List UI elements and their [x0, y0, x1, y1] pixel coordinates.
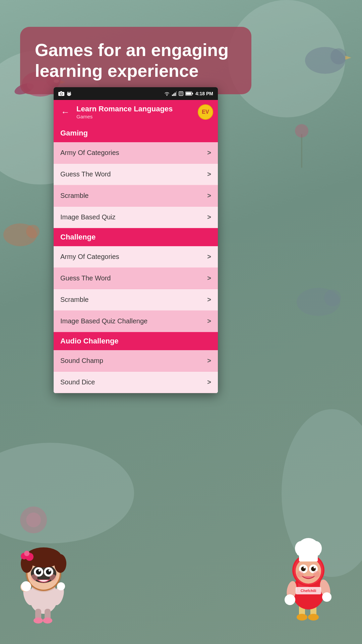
menu-item-arrow-gaming-0: > — [207, 149, 211, 157]
menu-item-label-gaming-1: Guess The Word — [60, 170, 111, 178]
menu-item-arrow-gaming-2: > — [207, 192, 211, 200]
sim-icon: 4G — [179, 91, 183, 96]
menu-item-arrow-challenge-3: > — [207, 317, 211, 325]
status-bar-right: 4G 4:18 PM — [164, 91, 213, 96]
svg-point-69 — [50, 574, 56, 581]
menu-item-audio-challenge-0[interactable]: Sound Champ> — [54, 350, 218, 372]
wifi-icon — [164, 91, 170, 96]
menu-item-arrow-challenge-1: > — [207, 274, 211, 282]
svg-point-80 — [285, 594, 295, 605]
svg-point-26 — [68, 94, 69, 95]
back-button[interactable]: ← — [58, 106, 72, 119]
android-icon — [66, 91, 72, 96]
svg-rect-25 — [67, 93, 71, 95]
svg-point-84 — [296, 558, 321, 584]
menu-item-label-audio-challenge-1: Sound Dice — [60, 378, 95, 386]
svg-point-74 — [297, 614, 307, 621]
menu-item-arrow-gaming-3: > — [207, 213, 211, 221]
svg-point-60 — [39, 570, 41, 572]
svg-point-67 — [24, 551, 29, 556]
svg-point-92 — [313, 571, 320, 578]
menu-item-gaming-3[interactable]: Image Based Quiz> — [54, 207, 218, 228]
menu-item-label-challenge-2: Scramble — [60, 296, 88, 304]
section-header-challenge: Challenge — [54, 228, 218, 246]
svg-point-61 — [49, 570, 51, 572]
promo-box: Games for an engaging learning experienc… — [20, 27, 251, 94]
character-right: Chefchili — [275, 530, 342, 624]
svg-rect-33 — [172, 95, 173, 96]
svg-point-47 — [43, 618, 52, 624]
svg-text:Chefchili: Chefchili — [301, 589, 316, 593]
svg-point-59 — [46, 569, 51, 575]
menu-item-label-gaming-0: Army Of Categories — [60, 149, 119, 157]
character-left — [7, 530, 80, 624]
app-logo: EV — [198, 104, 213, 120]
menu-item-challenge-1[interactable]: Guess The Word> — [54, 268, 218, 289]
svg-point-58 — [36, 569, 41, 575]
menu-item-label-gaming-2: Scramble — [60, 192, 88, 200]
menu-item-arrow-challenge-0: > — [207, 253, 211, 261]
menu-item-challenge-0[interactable]: Army Of Categories> — [54, 246, 218, 268]
status-time: 4:18 PM — [195, 91, 213, 96]
menu-item-label-challenge-0: Army Of Categories — [60, 253, 119, 261]
menu-item-arrow-audio-challenge-0: > — [207, 357, 211, 365]
app-header: ← Learn Romance Languages Games EV — [54, 100, 218, 124]
section-header-gaming: Gaming — [54, 124, 218, 142]
svg-text:4G: 4G — [180, 93, 183, 95]
menu-item-challenge-3[interactable]: Image Based Quiz Challenge> — [54, 311, 218, 332]
menu-item-gaming-0[interactable]: Army Of Categories> — [54, 142, 218, 164]
section-header-audio-challenge: Audio Challenge — [54, 332, 218, 350]
svg-point-22 — [61, 93, 62, 95]
phone-frame: 4G 4:18 PM ← Learn Romance Languages Gam… — [54, 87, 218, 393]
menu-item-audio-challenge-1[interactable]: Sound Dice> — [54, 372, 218, 393]
svg-point-97 — [310, 541, 322, 556]
menu-list: GamingArmy Of Categories>Guess The Word>… — [54, 124, 218, 393]
status-bar: 4G 4:18 PM — [54, 87, 218, 100]
svg-point-91 — [297, 571, 304, 578]
svg-point-96 — [295, 541, 307, 556]
menu-item-label-audio-challenge-0: Sound Champ — [60, 357, 103, 365]
svg-rect-23 — [60, 91, 62, 92]
menu-item-arrow-challenge-2: > — [207, 296, 211, 304]
svg-point-81 — [322, 592, 331, 602]
menu-item-gaming-1[interactable]: Guess The Word> — [54, 164, 218, 185]
svg-point-32 — [167, 95, 168, 96]
battery-icon — [185, 91, 193, 96]
svg-point-31 — [70, 92, 70, 92]
svg-point-70 — [21, 581, 31, 591]
signal-icon — [172, 91, 177, 96]
svg-rect-36 — [176, 91, 177, 96]
svg-rect-35 — [175, 93, 176, 96]
promo-text: Games for an engaging learning experienc… — [35, 40, 237, 82]
header-subtitle: Games — [76, 114, 194, 119]
svg-point-90 — [314, 567, 315, 569]
svg-rect-42 — [192, 93, 193, 94]
menu-item-challenge-2[interactable]: Scramble> — [54, 289, 218, 311]
menu-item-label-gaming-3: Image Based Quiz — [60, 213, 116, 221]
svg-point-68 — [31, 574, 38, 581]
menu-item-arrow-gaming-1: > — [207, 170, 211, 178]
svg-rect-41 — [186, 93, 191, 95]
menu-item-arrow-audio-challenge-1: > — [207, 378, 211, 386]
header-title: Learn Romance Languages — [76, 105, 194, 113]
svg-point-71 — [57, 582, 65, 590]
svg-point-30 — [68, 92, 68, 92]
photo-icon — [58, 91, 64, 96]
svg-point-75 — [308, 614, 319, 621]
svg-rect-34 — [173, 94, 174, 96]
menu-item-label-challenge-3: Image Based Quiz Challenge — [60, 317, 147, 325]
svg-point-46 — [34, 618, 43, 624]
header-titles: Learn Romance Languages Games — [76, 105, 194, 119]
menu-item-label-challenge-1: Guess The Word — [60, 274, 111, 282]
svg-point-27 — [70, 94, 70, 95]
menu-item-gaming-2[interactable]: Scramble> — [54, 185, 218, 207]
svg-point-89 — [304, 567, 305, 569]
svg-point-64 — [54, 554, 66, 573]
status-bar-left — [58, 91, 72, 96]
